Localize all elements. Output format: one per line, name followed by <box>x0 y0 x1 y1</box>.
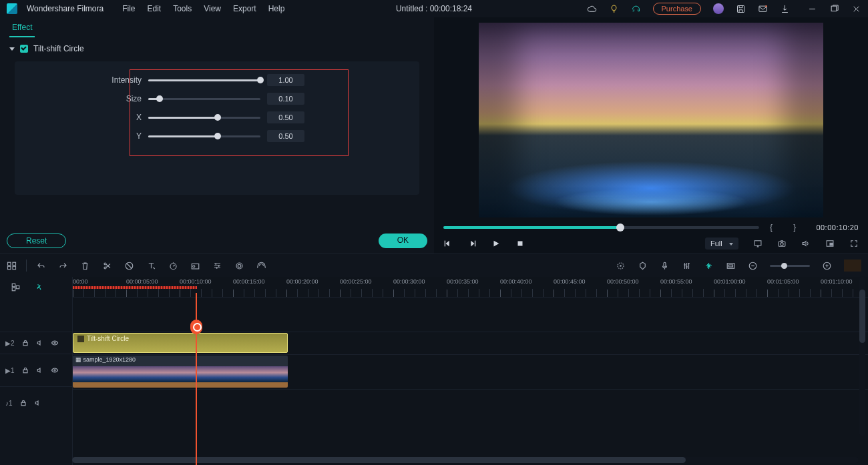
slider-intensity[interactable] <box>148 79 260 81</box>
message-icon[interactable] <box>758 4 768 14</box>
manage-tracks-icon[interactable] <box>11 282 21 292</box>
menu-help[interactable]: Help <box>268 4 285 13</box>
mark-in-out-icon[interactable]: { } <box>770 223 805 232</box>
clip-video[interactable]: ▦ sample_1920x1280 <box>73 356 288 388</box>
greenscreen-icon[interactable] <box>234 261 244 271</box>
marker-icon[interactable] <box>638 261 648 271</box>
timeline-h-scrollbar[interactable] <box>72 457 859 463</box>
pip-icon[interactable] <box>825 239 835 248</box>
effect-params-card: Intensity 1.00 Size 0.10 X 0.50 Y 0.50 <box>15 61 419 195</box>
track-header-fx2[interactable]: ▶2 <box>0 332 72 354</box>
cloud-icon[interactable] <box>587 4 597 14</box>
menu-edit[interactable]: Edit <box>148 4 162 13</box>
tab-effect[interactable]: Effect <box>9 20 35 37</box>
value-intensity[interactable]: 1.00 <box>267 74 304 86</box>
ok-button[interactable]: OK <box>379 234 427 248</box>
render-icon[interactable] <box>704 261 714 271</box>
clip-effect[interactable]: Tilt-shift Circle <box>73 333 288 353</box>
auto-ripple-icon[interactable] <box>34 282 44 292</box>
crop-icon[interactable] <box>124 261 134 271</box>
text-icon[interactable] <box>146 261 156 271</box>
ruler-label: 00:00:40:00 <box>500 278 532 285</box>
undo-icon[interactable] <box>36 261 46 271</box>
download-icon[interactable] <box>780 4 790 14</box>
color-icon[interactable] <box>190 261 200 271</box>
label-intensity: Intensity <box>35 75 142 85</box>
audio-mixer-icon[interactable] <box>682 261 692 271</box>
visible-icon[interactable] <box>51 339 59 347</box>
snapshot-icon[interactable] <box>777 239 787 248</box>
color-match-icon[interactable] <box>616 261 626 271</box>
close-icon[interactable] <box>851 4 861 14</box>
ruler-label: 00:00:30:00 <box>393 278 425 285</box>
display-icon[interactable] <box>753 239 763 248</box>
menu-tools[interactable]: Tools <box>173 4 192 13</box>
next-frame-icon[interactable] <box>467 239 477 248</box>
menu-file[interactable]: File <box>122 4 135 13</box>
play-icon[interactable] <box>491 239 501 248</box>
tips-icon[interactable] <box>609 4 619 14</box>
svg-rect-4 <box>445 241 445 247</box>
timeline-toolbar <box>0 254 868 277</box>
lock-icon[interactable] <box>21 366 29 374</box>
playhead-scissors-icon[interactable] <box>190 320 202 334</box>
headset-icon[interactable] <box>631 4 641 14</box>
effect-enable-checkbox[interactable] <box>20 45 28 53</box>
ruler-label: 00:00:20:00 <box>286 278 318 285</box>
redo-icon[interactable] <box>58 261 68 271</box>
zoom-slider[interactable] <box>770 265 810 267</box>
ruler-label: 00:01:00:00 <box>714 278 746 285</box>
maximize-icon[interactable] <box>829 4 839 14</box>
svg-rect-6 <box>518 242 523 246</box>
prev-frame-icon[interactable] <box>443 239 453 248</box>
fullscreen-icon[interactable] <box>849 239 859 248</box>
timeline-v-scrollbar[interactable] <box>859 276 865 436</box>
preview-viewport[interactable] <box>479 23 823 217</box>
visible-icon[interactable] <box>51 366 59 374</box>
svg-rect-38 <box>21 402 25 406</box>
timeline-canvas[interactable]: 00:0000:00:05:0000:00:10:0000:00:15:0000… <box>73 277 868 465</box>
slider-x[interactable] <box>148 117 260 119</box>
value-size[interactable]: 0.10 <box>267 93 304 105</box>
save-icon[interactable] <box>736 4 746 14</box>
track-header-spacer <box>0 297 72 332</box>
reset-button[interactable]: Reset <box>7 234 66 248</box>
quality-select[interactable]: Full <box>705 238 738 250</box>
lock-icon[interactable] <box>19 399 27 407</box>
ruler-label: 00:00:10:00 <box>180 278 212 285</box>
value-y[interactable]: 0.50 <box>267 130 304 142</box>
lock-icon[interactable] <box>21 339 29 347</box>
slider-y[interactable] <box>148 135 260 137</box>
effect-collapser[interactable]: Tilt-shift Circle <box>0 37 434 57</box>
track-header-v1[interactable]: ▶1 <box>0 354 72 386</box>
adjust-icon[interactable] <box>212 261 222 271</box>
zoom-out-icon[interactable] <box>748 261 758 271</box>
keyboard-shortcuts-icon[interactable] <box>7 261 17 271</box>
scopes-icon[interactable] <box>844 260 861 272</box>
mute-icon[interactable] <box>36 339 44 347</box>
menu-export[interactable]: Export <box>233 4 256 13</box>
delete-icon[interactable] <box>80 261 90 271</box>
playhead[interactable] <box>196 293 197 465</box>
ruler-label: 00:01:10:00 <box>821 278 853 285</box>
user-avatar-icon[interactable] <box>713 3 724 14</box>
menu-view[interactable]: View <box>204 4 221 13</box>
stop-icon[interactable] <box>515 239 525 248</box>
track-header-a1[interactable]: ♪1 <box>0 386 72 419</box>
star-icon <box>77 336 84 342</box>
time-ruler[interactable]: 00:0000:00:05:0000:00:10:0000:00:15:0000… <box>73 277 868 297</box>
zoom-in-icon[interactable] <box>822 261 832 271</box>
value-x[interactable]: 0.50 <box>267 111 304 123</box>
minimize-icon[interactable] <box>807 4 817 14</box>
record-voiceover-icon[interactable] <box>660 261 670 271</box>
split-icon[interactable] <box>102 261 112 271</box>
slider-size[interactable] <box>148 98 260 100</box>
safe-zone-icon[interactable] <box>726 261 736 271</box>
mute-icon[interactable] <box>36 366 44 374</box>
speed-icon[interactable] <box>168 261 178 271</box>
purchase-button[interactable]: Purchase <box>653 3 701 15</box>
motion-tracking-icon[interactable] <box>256 261 266 271</box>
mute-icon[interactable] <box>34 399 42 407</box>
preview-seek-slider[interactable] <box>443 226 759 229</box>
volume-icon[interactable] <box>801 239 811 248</box>
